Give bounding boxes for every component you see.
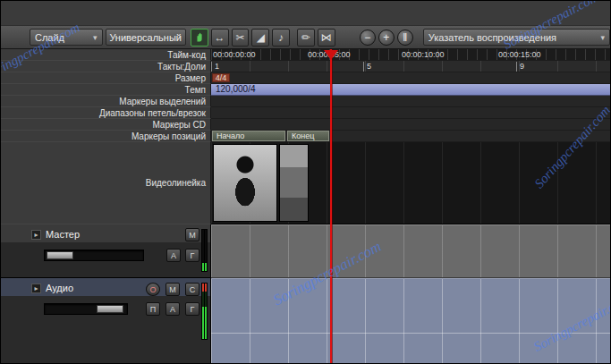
mute-tool-button[interactable]: ♪ [272,29,290,47]
marker-start[interactable]: Начало [212,131,285,141]
time-label: 00:00:15:00 [498,50,541,59]
audio-volume-fader[interactable] [44,303,128,315]
marker-end[interactable]: Конец [287,131,329,141]
slide-dropdown-label: Слайд [35,32,64,43]
window-top-strip [1,1,610,26]
row-label-cd-markers: Маркеры CD [1,119,211,131]
draw-tool-button[interactable]: ✏ [297,29,315,47]
master-group-button[interactable]: Г [185,249,199,262]
row-tempo: Темп 120,000/4 [1,84,610,96]
playback-cursor-dropdown-label: Указатель воспроизведения [429,32,556,43]
collapse-arrow-icon[interactable]: ▸ [31,284,41,293]
audio-track-lane[interactable] [211,278,610,364]
app-window: Слайд ▾ Универсальный ↔ ✂ ◢ ♪ ✏ ⋈ − [0,0,611,364]
audio-track-label: Аудио [46,283,73,293]
audio-fader-handle[interactable] [97,305,123,313]
universal-button-label: Универсальный [109,32,182,43]
playhead-marker[interactable] [324,50,338,60]
collapse-arrow-icon[interactable]: ▸ [31,230,41,240]
scissors-icon: ✂ [235,31,244,44]
bars-ruler[interactable]: 1 5 9 [211,61,610,72]
row-label-video: Видеолинейка [1,142,211,224]
row-label-timecode: Тайм-код [1,49,211,61]
speaker-icon: ♪ [278,31,284,44]
loop-ranges-lane[interactable] [211,107,610,119]
universal-button[interactable]: Универсальный [106,29,186,46]
zoom-range-button[interactable]: ‖ [397,30,413,46]
move-tool-button[interactable]: ↔ [211,29,229,47]
timecode-ruler[interactable]: 00:00:00:00 00:00:05:00 00:00:10:00 00:0… [211,49,610,61]
row-position-markers: Маркеры позиций Начало Конец [1,131,610,142]
master-track-label: Мастер [46,229,80,240]
toolbar: Слайд ▾ Универсальный ↔ ✂ ◢ ♪ ✏ ⋈ − [1,26,610,49]
zoom-in-button[interactable]: + [378,30,395,46]
time-label: 00:00:10:00 [402,50,445,59]
move-tool-icon: ↔ [215,31,225,44]
master-track-panel: ▸ Мастер М А Г [1,224,211,278]
selection-markers-lane[interactable] [211,96,610,107]
crossfade-tool-button[interactable]: ⋈ [318,29,335,47]
time-signature-chip[interactable]: 4/4 [212,73,230,82]
timeline-header-rows: Тайм-код 00:00:00:00 00:00:05:00 00:00:1… [1,49,610,142]
zoom-out-button[interactable]: − [360,30,376,46]
pause-bars-icon: ‖ [403,31,407,44]
playhead-line[interactable] [330,49,332,363]
master-mute-button[interactable]: М [185,228,199,241]
plus-icon: + [383,31,389,44]
minus-icon: − [364,31,370,44]
bar-number: 1 [211,62,219,72]
row-label-bars: Такты:Доли [1,61,211,72]
audio-group-button[interactable]: Г [185,302,199,316]
slide-dropdown[interactable]: Слайд ▾ [30,29,103,46]
row-bars: Такты:Доли 1 5 9 [1,61,610,72]
chevron-down-icon: ▾ [600,33,605,42]
pencil-icon: ✏ [301,31,310,44]
position-markers-lane[interactable]: Начало Конец [211,131,610,142]
audio-track: ▸ Аудио О М С П А Г [1,278,610,364]
crossfade-icon: ⋈ [321,31,332,44]
row-timecode: Тайм-код 00:00:00:00 00:00:05:00 00:00:1… [1,49,610,61]
bar-number: 5 [363,62,371,72]
master-track: ▸ Мастер М А Г [1,224,610,278]
row-cd-markers: Маркеры CD [1,119,610,131]
audio-solo-button[interactable]: С [185,283,199,296]
master-auto-button[interactable]: А [166,249,181,262]
time-label: 00:00:00:00 [213,50,256,59]
playback-cursor-dropdown[interactable]: Указатель воспроизведения ▾ [423,29,610,46]
audio-mute-button[interactable]: М [165,283,180,296]
cut-tool-button[interactable]: ✂ [232,29,250,47]
video-track-row: Видеолинейка [1,142,610,224]
row-selection-markers: Маркеры выделений [1,96,610,107]
hand-icon [193,31,205,43]
row-label-tempo: Темп [1,84,211,96]
audio-auto-button[interactable]: А [165,302,180,316]
video-thumbnail[interactable] [279,144,309,222]
row-label-selection-markers: Маркеры выделений [1,96,211,107]
audio-track-panel: ▸ Аудио О М С П А Г [1,278,211,364]
audio-pan-button[interactable]: П [146,302,160,316]
master-volume-fader[interactable] [44,250,144,261]
video-track-lane[interactable] [211,142,610,224]
audio-record-button[interactable]: О [146,283,160,296]
master-level-meter [201,229,208,272]
row-label-size: Размер [1,72,211,84]
row-size: Размер 4/4 [1,72,610,84]
master-fader-handle[interactable] [47,251,73,259]
audio-level-meter [201,283,208,340]
tempo-value: 120,000/4 [216,84,256,95]
zoom-button-group: − + ‖ [360,30,413,46]
hand-tool-button[interactable] [191,29,208,47]
row-label-loop-ranges: Диапазоны петель/врезок [1,107,211,119]
cd-markers-lane[interactable] [211,119,610,131]
bar-number: 9 [516,62,524,72]
time-signature-lane[interactable]: 4/4 [211,72,610,84]
fade-icon: ◢ [257,31,265,44]
master-track-lane[interactable] [211,224,610,278]
row-label-position-markers: Маркеры позиций [1,131,211,142]
video-thumbnail[interactable] [213,144,277,222]
fade-tool-button[interactable]: ◢ [251,29,269,47]
chevron-down-icon: ▾ [93,33,98,42]
row-loop-ranges: Диапазоны петель/врезок [1,107,610,119]
tempo-lane[interactable]: 120,000/4 [211,84,610,96]
